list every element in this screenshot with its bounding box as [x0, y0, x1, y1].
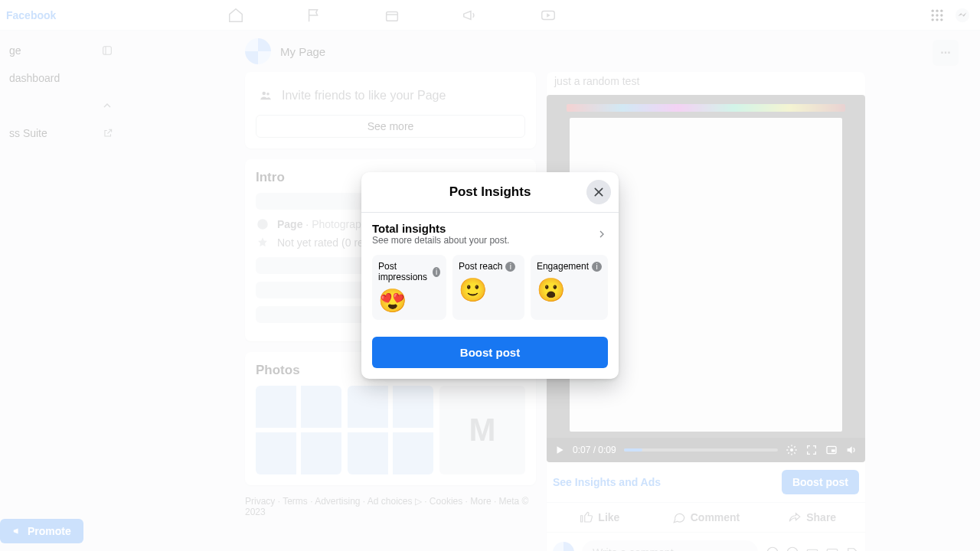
modal-footer: Boost post	[361, 329, 619, 379]
modal-body: Total insights See more details about yo…	[361, 213, 619, 329]
metric-reach[interactable]: Post reachi 🙂	[452, 255, 524, 320]
chevron-right-icon	[596, 228, 608, 240]
metric-engagement[interactable]: Engagementi 😮	[531, 255, 608, 320]
modal-header: Post Insights	[361, 172, 619, 213]
metric-impressions[interactable]: Post impressionsi 😍	[372, 255, 446, 320]
modal-overlay[interactable]: Post Insights Total insights See more de…	[0, 0, 980, 551]
metric-label: Post reach	[459, 261, 502, 272]
metric-emoji: 😍	[378, 287, 440, 314]
metrics-row: Post impressionsi 😍 Post reachi 🙂 Engage…	[372, 255, 608, 320]
total-insights-sub: See more details about your post.	[372, 235, 509, 246]
close-button[interactable]	[586, 180, 611, 204]
post-insights-modal: Post Insights Total insights See more de…	[361, 172, 619, 379]
close-icon	[593, 186, 605, 198]
metric-emoji: 🙂	[459, 276, 518, 303]
info-icon[interactable]: i	[433, 267, 440, 277]
modal-title: Post Insights	[371, 184, 609, 200]
info-icon[interactable]: i	[505, 262, 515, 272]
total-insights-title: Total insights	[372, 222, 509, 235]
metric-label: Post impressions	[378, 261, 430, 282]
metric-label: Engagement	[537, 261, 589, 272]
boost-post-button[interactable]: Boost post	[372, 337, 608, 368]
metric-emoji: 😮	[537, 276, 602, 303]
info-icon[interactable]: i	[592, 262, 602, 272]
total-insights-row[interactable]: Total insights See more details about yo…	[372, 222, 608, 246]
